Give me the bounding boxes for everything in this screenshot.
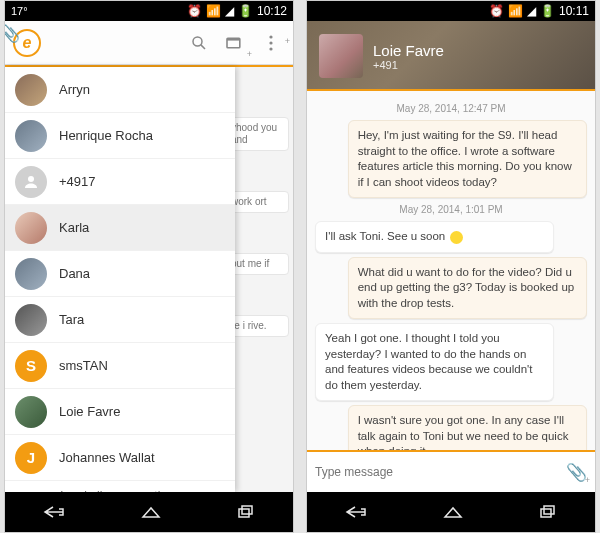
contact-row-dana[interactable]: Dana	[5, 251, 235, 297]
svg-rect-9	[242, 506, 252, 514]
message-composer: 📎+	[307, 450, 595, 492]
message-list[interactable]: May 28, 2014, 12:47 PMHey, I'm just wait…	[307, 91, 595, 450]
avatar	[15, 120, 47, 152]
status-bar: 17° ⏰ 📶 ◢ 🔋 10:12	[5, 1, 293, 21]
alarm-icon: ⏰	[489, 4, 504, 18]
accent-divider	[307, 89, 595, 91]
status-bar: ⏰ 📶 ◢ 🔋 10:11	[307, 1, 595, 21]
signal-icon: ◢	[225, 4, 234, 18]
contact-name: Dana	[59, 266, 90, 281]
contact-name: Johannes Wallat	[59, 450, 155, 465]
nav-recent-icon[interactable]	[237, 505, 255, 519]
contact-row-smstan[interactable]: S smsTAN	[5, 343, 235, 389]
nav-home-icon[interactable]	[443, 505, 463, 519]
contact-name: smsTAN	[59, 358, 108, 373]
contact-row-johannes[interactable]: J Johannes Wallat	[5, 435, 235, 481]
message-outgoing[interactable]: Hey, I'm just waiting for the S9. I'll h…	[348, 120, 587, 198]
avatar-letter: S	[15, 350, 47, 382]
message-outgoing[interactable]: I wasn't sure you got one. In any case I…	[348, 405, 587, 450]
wifi-icon: 📶	[508, 4, 523, 18]
contact-name: Arryn	[59, 82, 90, 97]
conversation-header[interactable]: Loie Favre +491	[307, 21, 595, 91]
phone-right: ⏰ 📶 ◢ 🔋 10:11 Loie Favre +491 May 28, 20…	[306, 0, 596, 533]
svg-rect-10	[541, 509, 551, 517]
nav-back-icon[interactable]	[43, 505, 65, 519]
message-timestamp: May 28, 2014, 1:01 PM	[315, 204, 587, 215]
avatar	[15, 258, 47, 290]
message-outgoing[interactable]: What did u want to do for the video? Did…	[348, 257, 587, 320]
bg-snippet: yhood you and	[227, 117, 289, 151]
plus-badge-icon: +	[247, 49, 252, 59]
wifi-icon: 📶	[206, 4, 221, 18]
status-temp: 17°	[11, 5, 28, 17]
contact-name: +4917	[59, 174, 96, 189]
android-navbar	[5, 492, 293, 532]
message-incoming[interactable]: I'll ask Toni. See u soon	[315, 221, 554, 253]
contact-drawer[interactable]: Arryn Henrique Rocha +4917 Karla Dana	[5, 67, 235, 492]
battery-icon: 🔋	[238, 4, 253, 18]
alarm-icon: ⏰	[187, 4, 202, 18]
contact-avatar[interactable]	[319, 34, 363, 78]
bg-snippet: but me if	[227, 253, 289, 275]
contact-row-karla[interactable]: Karla	[5, 205, 235, 251]
bg-snippet: work ort	[227, 191, 289, 213]
avatar-letter: J	[15, 442, 47, 474]
message-incoming[interactable]: Yeah I got one. I thought I told you yes…	[315, 323, 554, 401]
contact-row-tara[interactable]: Tara	[5, 297, 235, 343]
signal-icon: ◢	[527, 4, 536, 18]
avatar	[15, 212, 47, 244]
nav-back-icon[interactable]	[345, 505, 367, 519]
contact-row-henrique[interactable]: Henrique Rocha	[5, 113, 235, 159]
contact-name: Tara	[59, 312, 84, 327]
conversation-subtitle: +491	[373, 59, 444, 71]
nav-home-icon[interactable]	[141, 505, 161, 519]
smile-emoji-icon	[450, 231, 463, 244]
status-icons: ⏰ 📶 ◢ 🔋	[187, 4, 253, 18]
contact-row-arryn[interactable]: Arryn	[5, 67, 235, 113]
attach-icon[interactable]: 📎+	[566, 462, 587, 483]
attach-icon[interactable]: 📎+	[4, 23, 287, 44]
conversations-pane: yhood you and work ort but me if re i ri…	[5, 67, 293, 492]
avatar-placeholder-icon	[15, 166, 47, 198]
svg-point-6	[269, 47, 272, 50]
contact-row-loie[interactable]: Loie Favre	[5, 389, 235, 435]
status-clock: 10:12	[257, 4, 287, 18]
contact-name: Henrique Rocha	[59, 128, 153, 143]
svg-point-7	[28, 176, 34, 182]
svg-rect-8	[239, 509, 249, 517]
message-timestamp: May 28, 2014, 12:47 PM	[315, 103, 587, 114]
phone-left: 17° ⏰ 📶 ◢ 🔋 10:12 e + yhood you and work…	[4, 0, 294, 533]
status-icons: ⏰ 📶 ◢ 🔋	[489, 4, 555, 18]
contact-name: Karla	[59, 220, 89, 235]
load-more-button[interactable]: Load all conversations	[5, 481, 235, 492]
bg-snippet: re i rive.	[227, 315, 289, 337]
conversation-title: Loie Favre	[373, 42, 444, 59]
android-navbar	[307, 492, 595, 532]
contact-row-number[interactable]: +4917	[5, 159, 235, 205]
avatar	[15, 74, 47, 106]
avatar	[15, 396, 47, 428]
status-clock: 10:11	[559, 4, 589, 18]
nav-recent-icon[interactable]	[539, 505, 557, 519]
battery-icon: 🔋	[540, 4, 555, 18]
svg-line-1	[201, 44, 205, 48]
contact-name: Loie Favre	[59, 404, 120, 419]
svg-rect-11	[544, 506, 554, 514]
message-input[interactable]	[315, 465, 558, 479]
avatar	[15, 304, 47, 336]
